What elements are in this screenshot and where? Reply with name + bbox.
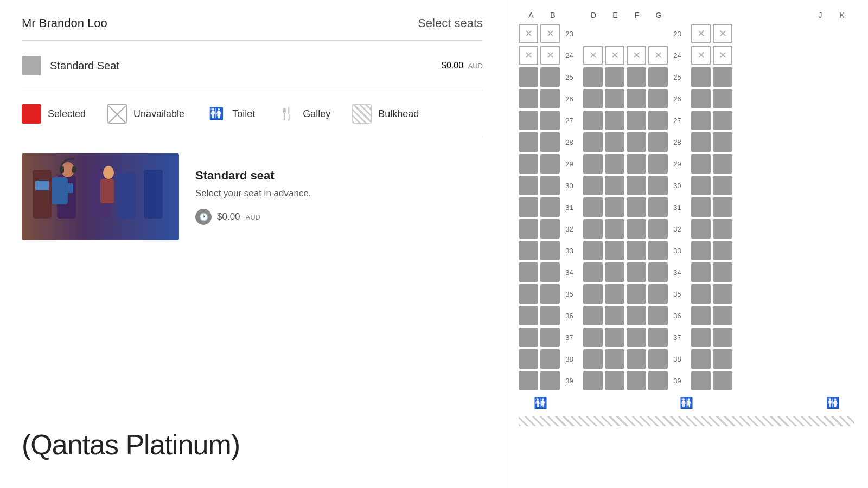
seat-32k[interactable] bbox=[713, 219, 732, 239]
seat-34e[interactable] bbox=[605, 262, 624, 282]
seat-31b[interactable] bbox=[540, 197, 560, 217]
seat-27a[interactable] bbox=[519, 111, 538, 130]
seat-33a[interactable] bbox=[519, 241, 538, 260]
seat-27f[interactable] bbox=[627, 111, 646, 130]
seat-35f[interactable] bbox=[627, 284, 646, 304]
seat-34d[interactable] bbox=[583, 262, 603, 282]
seat-37a[interactable] bbox=[519, 328, 538, 347]
seat-27e[interactable] bbox=[605, 111, 624, 130]
seat-35a[interactable] bbox=[519, 284, 538, 304]
seat-31k[interactable] bbox=[713, 197, 732, 217]
seat-24j[interactable] bbox=[691, 46, 711, 65]
seat-37j[interactable] bbox=[691, 328, 711, 347]
seat-39k[interactable] bbox=[713, 371, 732, 390]
seat-28a[interactable] bbox=[519, 132, 538, 152]
seat-30e[interactable] bbox=[605, 176, 624, 195]
seat-27k[interactable] bbox=[713, 111, 732, 130]
seat-35b[interactable] bbox=[540, 284, 560, 304]
seat-34b[interactable] bbox=[540, 262, 560, 282]
seat-39f[interactable] bbox=[627, 371, 646, 390]
seat-31j[interactable] bbox=[691, 197, 711, 217]
seat-25k[interactable] bbox=[713, 67, 732, 87]
seat-36k[interactable] bbox=[713, 306, 732, 325]
seat-39g[interactable] bbox=[648, 371, 668, 390]
seat-25b[interactable] bbox=[540, 67, 560, 87]
seat-26j[interactable] bbox=[691, 89, 711, 108]
seat-32g[interactable] bbox=[648, 219, 668, 239]
seat-28d[interactable] bbox=[583, 132, 603, 152]
seat-34g[interactable] bbox=[648, 262, 668, 282]
seat-25j[interactable] bbox=[691, 67, 711, 87]
seat-32a[interactable] bbox=[519, 219, 538, 239]
seat-34j[interactable] bbox=[691, 262, 711, 282]
seat-39b[interactable] bbox=[540, 371, 560, 390]
seat-29k[interactable] bbox=[713, 154, 732, 174]
seat-32j[interactable] bbox=[691, 219, 711, 239]
seat-37f[interactable] bbox=[627, 328, 646, 347]
seat-34f[interactable] bbox=[627, 262, 646, 282]
seat-28e[interactable] bbox=[605, 132, 624, 152]
seat-25g[interactable] bbox=[648, 67, 668, 87]
seat-24g[interactable] bbox=[648, 46, 668, 65]
seat-24b[interactable] bbox=[540, 46, 560, 65]
seat-30f[interactable] bbox=[627, 176, 646, 195]
seat-38f[interactable] bbox=[627, 349, 646, 369]
seat-39d[interactable] bbox=[583, 371, 603, 390]
seat-28k[interactable] bbox=[713, 132, 732, 152]
seat-31a[interactable] bbox=[519, 197, 538, 217]
seat-37d[interactable] bbox=[583, 328, 603, 347]
seat-27b[interactable] bbox=[540, 111, 560, 130]
seat-35k[interactable] bbox=[713, 284, 732, 304]
seat-29f[interactable] bbox=[627, 154, 646, 174]
seat-28g[interactable] bbox=[648, 132, 668, 152]
seat-26e[interactable] bbox=[605, 89, 624, 108]
seat-28f[interactable] bbox=[627, 132, 646, 152]
seat-29g[interactable] bbox=[648, 154, 668, 174]
seat-33f[interactable] bbox=[627, 241, 646, 260]
seat-36j[interactable] bbox=[691, 306, 711, 325]
seat-39e[interactable] bbox=[605, 371, 624, 390]
seat-33e[interactable] bbox=[605, 241, 624, 260]
seat-27g[interactable] bbox=[648, 111, 668, 130]
seat-30j[interactable] bbox=[691, 176, 711, 195]
seat-23k[interactable] bbox=[713, 24, 732, 43]
seat-23a[interactable] bbox=[519, 24, 538, 43]
seat-38g[interactable] bbox=[648, 349, 668, 369]
seat-37g[interactable] bbox=[648, 328, 668, 347]
seat-23b[interactable] bbox=[540, 24, 560, 43]
seat-23j[interactable] bbox=[691, 24, 711, 43]
seat-26k[interactable] bbox=[713, 89, 732, 108]
seat-26b[interactable] bbox=[540, 89, 560, 108]
seat-24a[interactable] bbox=[519, 46, 538, 65]
seat-27d[interactable] bbox=[583, 111, 603, 130]
seat-29d[interactable] bbox=[583, 154, 603, 174]
seat-33k[interactable] bbox=[713, 241, 732, 260]
seat-38b[interactable] bbox=[540, 349, 560, 369]
seat-33g[interactable] bbox=[648, 241, 668, 260]
seat-33j[interactable] bbox=[691, 241, 711, 260]
seat-36e[interactable] bbox=[605, 306, 624, 325]
seat-36d[interactable] bbox=[583, 306, 603, 325]
seat-27j[interactable] bbox=[691, 111, 711, 130]
seat-36a[interactable] bbox=[519, 306, 538, 325]
seat-24e[interactable] bbox=[605, 46, 624, 65]
seat-38k[interactable] bbox=[713, 349, 732, 369]
seat-32d[interactable] bbox=[583, 219, 603, 239]
seat-30g[interactable] bbox=[648, 176, 668, 195]
seat-39j[interactable] bbox=[691, 371, 711, 390]
seat-31e[interactable] bbox=[605, 197, 624, 217]
seat-36g[interactable] bbox=[648, 306, 668, 325]
seat-33d[interactable] bbox=[583, 241, 603, 260]
seat-36b[interactable] bbox=[540, 306, 560, 325]
seat-36f[interactable] bbox=[627, 306, 646, 325]
seat-38d[interactable] bbox=[583, 349, 603, 369]
seat-30a[interactable] bbox=[519, 176, 538, 195]
seat-38e[interactable] bbox=[605, 349, 624, 369]
seat-25d[interactable] bbox=[583, 67, 603, 87]
seat-33b[interactable] bbox=[540, 241, 560, 260]
seat-34k[interactable] bbox=[713, 262, 732, 282]
seat-38a[interactable] bbox=[519, 349, 538, 369]
seat-26g[interactable] bbox=[648, 89, 668, 108]
seat-30d[interactable] bbox=[583, 176, 603, 195]
seat-35d[interactable] bbox=[583, 284, 603, 304]
